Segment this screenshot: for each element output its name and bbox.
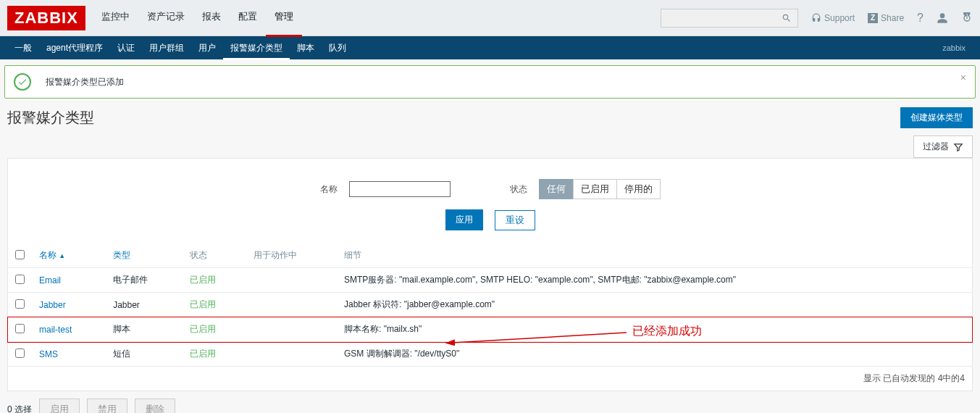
row-details: SMTP服务器: "mail.example.com", SMTP HELO: …	[337, 268, 972, 293]
help-icon[interactable]: ?	[917, 12, 924, 25]
topnav-item[interactable]: 配置	[230, 0, 266, 37]
row-name-link[interactable]: SMS	[39, 349, 58, 359]
col-name[interactable]: 名称 ▲	[32, 243, 106, 268]
row-status[interactable]: 已启用	[190, 299, 216, 309]
alert-message: 报警媒介类型已添加	[46, 76, 124, 88]
bulk-actions: 0 选择 启用 禁用 删除	[0, 391, 980, 413]
row-type: 脚本	[106, 317, 183, 342]
row-details: 脚本名称: "mailx.sh"	[337, 317, 972, 342]
create-media-type-button[interactable]: 创建媒体类型	[900, 107, 973, 128]
top-nav: 监控中资产记录报表配置管理	[93, 0, 661, 37]
apply-button[interactable]: 应用	[445, 209, 483, 230]
row-used-in	[246, 317, 337, 342]
status-option[interactable]: 已启用	[573, 179, 617, 199]
search-box[interactable]	[661, 9, 798, 28]
bulk-disable-button[interactable]: 禁用	[87, 399, 127, 413]
row-name-link[interactable]: mail-test	[39, 325, 72, 335]
check-circle-icon	[14, 73, 31, 91]
search-icon	[782, 13, 792, 23]
topnav-item[interactable]: 监控中	[93, 0, 138, 37]
topnav-item[interactable]: 管理	[266, 0, 302, 37]
status-button-group: 任何已启用停用的	[539, 179, 661, 199]
row-type: 电子邮件	[106, 268, 183, 293]
headset-icon	[811, 13, 821, 23]
row-used-in	[246, 293, 337, 317]
select-all-checkbox[interactable]	[15, 250, 25, 259]
support-link[interactable]: Support	[811, 13, 855, 23]
reset-button[interactable]: 重设	[495, 210, 535, 230]
row-status[interactable]: 已启用	[190, 349, 216, 359]
table-row: mail-test脚本已启用脚本名称: "mailx.sh"	[8, 317, 972, 342]
main-panel: 名称 状态 任何已启用停用的 应用 重设 名称 ▲ 类型 状态 用于动作中 细节…	[7, 158, 973, 391]
topnav-item[interactable]: 报表	[193, 0, 230, 37]
page-header: 报警媒介类型 创建媒体类型	[0, 100, 980, 131]
row-name-link[interactable]: Jabber	[39, 300, 66, 310]
row-type: 短信	[106, 342, 183, 367]
logo: ZABBIX	[7, 6, 85, 30]
subnav-item[interactable]: 队列	[322, 36, 353, 60]
row-status[interactable]: 已启用	[190, 275, 216, 285]
filter-toggle[interactable]: 过滤器	[913, 135, 973, 158]
row-status[interactable]: 已启用	[190, 324, 216, 334]
close-icon[interactable]: ×	[960, 72, 966, 83]
row-checkbox[interactable]	[15, 324, 25, 333]
filter-status-label: 状态	[510, 183, 527, 196]
share-label: Share	[881, 13, 904, 23]
sub-nav: 一般agent代理程序认证用户群组用户报警媒介类型脚本队列 zabbix	[0, 36, 980, 59]
filter-name-label: 名称	[320, 183, 338, 196]
user-icon[interactable]	[937, 12, 948, 24]
bulk-delete-button[interactable]: 删除	[135, 399, 175, 413]
row-name-link[interactable]: Email	[39, 275, 61, 285]
table-footer: 显示 已自动发现的 4中的4	[8, 367, 972, 391]
status-option[interactable]: 停用的	[616, 179, 661, 199]
success-alert: 报警媒介类型已添加 ×	[4, 65, 976, 99]
col-status: 状态	[183, 243, 246, 268]
subnav-item[interactable]: 认证	[110, 36, 142, 60]
filter-bar: 过滤器	[0, 131, 980, 158]
filter-icon	[953, 142, 963, 152]
row-type: Jabber	[106, 293, 183, 317]
subnav-item[interactable]: 一般	[7, 36, 39, 60]
table-row: SMS短信已启用GSM 调制解调器: "/dev/ttyS0"	[8, 342, 972, 367]
row-checkbox[interactable]	[15, 275, 25, 284]
row-checkbox[interactable]	[15, 349, 25, 358]
row-used-in	[246, 268, 337, 293]
top-tools: Support Z Share ?	[661, 9, 973, 28]
table-row: JabberJabber已启用Jabber 标识符: "jabber@examp…	[8, 293, 972, 317]
status-option[interactable]: 任何	[539, 179, 574, 199]
subnav-item[interactable]: 用户	[191, 36, 223, 60]
topnav-item[interactable]: 资产记录	[138, 0, 193, 37]
filter-label: 过滤器	[923, 141, 949, 153]
power-icon[interactable]	[961, 12, 973, 24]
selected-count: 0 选择	[7, 404, 32, 414]
subnav-item[interactable]: 用户群组	[142, 36, 191, 60]
col-details: 细节	[337, 243, 972, 268]
top-bar: ZABBIX 监控中资产记录报表配置管理 Support Z Share ?	[0, 0, 980, 36]
share-link[interactable]: Z Share	[868, 13, 904, 23]
row-details: Jabber 标识符: "jabber@example.com"	[337, 293, 972, 317]
row-used-in	[246, 342, 337, 367]
table-row: Email电子邮件已启用SMTP服务器: "mail.example.com",…	[8, 268, 972, 293]
bulk-enable-button[interactable]: 启用	[39, 399, 80, 413]
subnav-item[interactable]: 脚本	[290, 36, 322, 60]
col-type[interactable]: 类型	[106, 243, 183, 268]
col-used-in: 用于动作中	[246, 243, 337, 268]
subnav-user: zabbix	[942, 43, 973, 52]
support-label: Support	[824, 13, 855, 23]
page-title: 报警媒介类型	[7, 108, 900, 128]
filter-form: 名称 状态 任何已启用停用的 应用 重设	[8, 179, 972, 243]
media-types-table: 名称 ▲ 类型 状态 用于动作中 细节 Email电子邮件已启用SMTP服务器:…	[8, 243, 972, 367]
subnav-item[interactable]: 报警媒介类型	[223, 36, 290, 60]
row-checkbox[interactable]	[15, 299, 25, 309]
z-icon: Z	[868, 13, 878, 23]
row-details: GSM 调制解调器: "/dev/ttyS0"	[337, 342, 972, 367]
filter-name-input[interactable]	[349, 181, 451, 197]
subnav-item[interactable]: agent代理程序	[39, 36, 110, 60]
